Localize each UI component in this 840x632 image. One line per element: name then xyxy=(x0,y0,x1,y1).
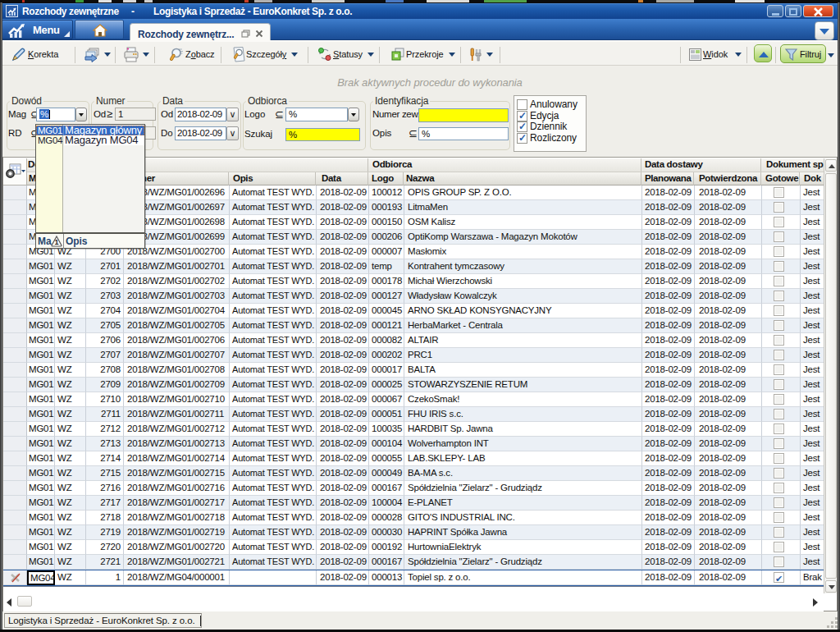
svg-text:1: 1 xyxy=(55,238,59,246)
